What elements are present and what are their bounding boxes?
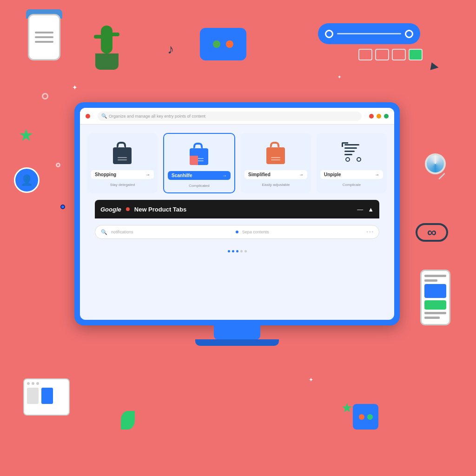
browser-address-bar[interactable]: 🔍 Organize and manage all key entry poin… — [98, 112, 362, 121]
ctrl-dot-2[interactable] — [377, 114, 381, 119]
address-search-icon: 🔍 — [101, 113, 107, 119]
card-label-simplified-text: Simplified — [248, 172, 271, 177]
card-label-unpiple[interactable]: Unpiple → — [320, 170, 383, 179]
titlebar-close-dot[interactable] — [86, 114, 90, 119]
infinity-decoration: ∞ — [416, 223, 448, 242]
card-arrow-unpiple: → — [375, 172, 379, 177]
monitor-screen: 🔍 Organize and manage all key entry poin… — [74, 102, 400, 325]
sparkle-2: ✦ — [337, 74, 341, 79]
address-bar-text: Organize and manage all key entry points… — [109, 114, 205, 119]
product-card-unpiple[interactable]: Unpiple → Complicale — [317, 133, 387, 193]
card-subtitle-unpiple: Complicale — [343, 183, 361, 187]
product-card-simplified[interactable]: Simplified → Easily adjustable — [241, 133, 311, 193]
star-left-decoration: ★ — [19, 126, 33, 145]
card-label-shopping[interactable]: Shopping → — [91, 170, 154, 179]
page-dot-3[interactable] — [236, 250, 238, 252]
browser-window: 🔍 Organize and manage all key entry poin… — [80, 108, 394, 320]
bottom-bar[interactable]: Google New Product Tabs — ▲ — [95, 200, 379, 218]
card-icon-simplified — [262, 139, 290, 166]
pagination-dots — [87, 250, 387, 252]
dot-decoration-4 — [60, 205, 65, 209]
card-label-unpiple-text: Unpiple — [324, 172, 341, 177]
page-dot-5[interactable] — [245, 250, 247, 252]
card-subtitle-scanhilfe: Complicated — [189, 184, 209, 188]
bottom-bar-dash: — — [357, 206, 363, 213]
plant-decoration — [121, 411, 135, 430]
search-row-blue-dot — [236, 231, 238, 233]
dot-decoration-1 — [42, 93, 48, 99]
star-right-decoration: ★ — [341, 400, 353, 416]
product-cards-row: Shopping → Stay delegated — [87, 133, 387, 193]
person-avatar-decoration: 👤 — [14, 167, 40, 193]
new-product-tabs-label: New Product Tabs — [134, 206, 186, 213]
search-row-dots: • • • — [367, 230, 373, 234]
card-label-simplified[interactable]: Simplified → — [245, 170, 307, 179]
jar-cap-decoration — [26, 9, 62, 19]
card-arrow-simplified: → — [299, 172, 304, 177]
phone-decoration — [420, 270, 450, 325]
search-bar-decoration — [318, 23, 420, 44]
product-card-scanhilfe[interactable]: Scanhilfe → Complicated — [163, 133, 235, 193]
monitor-wrapper: 🔍 Organize and manage all key entry poin… — [74, 102, 400, 346]
bottom-bar-arrow: ▲ — [368, 206, 374, 213]
product-card-shopping[interactable]: Shopping → Stay delegated — [87, 133, 158, 193]
card-label-scanhilfe[interactable]: Scanhilfe → — [168, 171, 231, 180]
cart-icon — [341, 142, 363, 163]
window-decoration — [23, 378, 70, 416]
browser-content: Shopping → Stay delegated — [80, 125, 394, 320]
card-icon-shopping — [109, 139, 137, 166]
page-dot-1[interactable] — [228, 250, 230, 252]
simplified-bag-icon — [265, 141, 286, 164]
ctrl-dot-1[interactable] — [369, 114, 374, 119]
cup-decoration — [353, 404, 378, 430]
ctrl-dot-3[interactable] — [384, 114, 389, 119]
sparkle-1: ✦ — [72, 84, 78, 91]
browser-search-row[interactable]: 🔍 notifications Sepa contents • • • — [95, 225, 379, 239]
monitor-stand — [214, 325, 260, 339]
page-dot-4[interactable] — [240, 250, 243, 252]
magnifier-decoration — [425, 153, 453, 181]
browser-titlebar: 🔍 Organize and manage all key entry poin… — [80, 108, 394, 125]
music-note-decoration: ♪ — [167, 42, 174, 57]
bottom-bar-dot — [126, 207, 130, 211]
search-row-icon: 🔍 — [101, 229, 107, 235]
card-subtitle-shopping: Stay delegated — [110, 183, 135, 187]
monitor-base — [195, 339, 279, 346]
dot-decoration-2 — [56, 163, 60, 167]
card-subtitle-simplified: Easily adjustable — [262, 183, 290, 187]
ticket-decoration — [200, 28, 246, 60]
card-icon-unpiple — [338, 139, 366, 166]
card-label-shopping-text: Shopping — [95, 172, 116, 177]
cactus-decoration — [93, 23, 121, 70]
titlebar-controls — [369, 114, 389, 119]
jar-decoration — [28, 14, 60, 60]
search-row-filter-text: Sepa contents — [242, 230, 363, 234]
page-dot-2[interactable] — [232, 250, 234, 252]
cursor-decoration: ▶ — [430, 60, 440, 73]
scanhilfe-bag-icon — [189, 142, 210, 165]
card-label-scanhilfe-text: Scanhilfe — [172, 173, 192, 178]
color-blocks-decoration — [358, 49, 423, 60]
card-icon-scanhilfe — [185, 139, 213, 167]
search-row-text: notifications — [111, 230, 232, 234]
shopping-bag-icon — [112, 141, 133, 164]
card-arrow-scanhilfe: → — [222, 173, 227, 178]
card-arrow-shopping: → — [145, 172, 150, 177]
sparkle-3: ✦ — [309, 377, 313, 383]
google-label: Google — [100, 206, 121, 213]
